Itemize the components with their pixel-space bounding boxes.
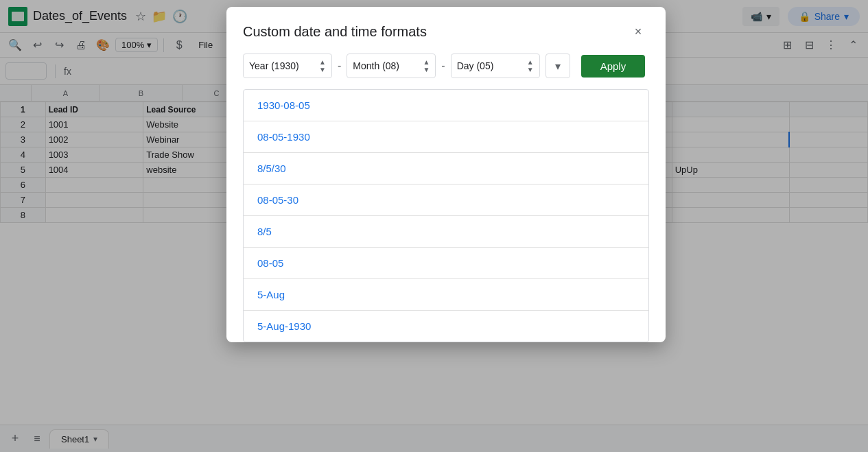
format-item-0[interactable]: 1930-08-05: [244, 90, 648, 121]
format-item-4[interactable]: 8/5: [244, 216, 648, 248]
format-item-1[interactable]: 08-05-1930: [244, 121, 648, 153]
dialog-header: Custom date and time formats ×: [226, 7, 666, 53]
more-options-button[interactable]: ▾: [546, 53, 570, 78]
dialog-title: Custom date and time formats: [243, 24, 427, 40]
year-selector[interactable]: Year (1930) ▲ ▼: [243, 53, 332, 78]
dialog-controls: Year (1930) ▲ ▼ - Month (08) ▲ ▼ - Day (…: [226, 53, 666, 89]
day-arrows: ▲ ▼: [527, 58, 534, 73]
format-item-7[interactable]: 5-Aug-1930: [244, 311, 648, 342]
day-selector[interactable]: Day (05) ▲ ▼: [451, 53, 540, 78]
custom-date-dialog: Custom date and time formats × Year (193…: [226, 7, 666, 342]
separator-2: -: [441, 60, 445, 72]
month-arrows: ▲ ▼: [423, 58, 430, 73]
month-selector[interactable]: Month (08) ▲ ▼: [347, 53, 436, 78]
format-list: 1930-08-05 08-05-1930 8/5/30 08-05-30 8/…: [243, 89, 649, 342]
separator-1: -: [338, 60, 341, 72]
year-arrows: ▲ ▼: [319, 58, 326, 73]
format-item-5[interactable]: 08-05: [244, 248, 648, 279]
format-item-3[interactable]: 08-05-30: [244, 185, 648, 216]
format-item-6[interactable]: 5-Aug: [244, 279, 648, 311]
dialog-close-button[interactable]: ×: [627, 21, 649, 43]
apply-button[interactable]: Apply: [581, 55, 646, 78]
format-item-2[interactable]: 8/5/30: [244, 153, 648, 185]
